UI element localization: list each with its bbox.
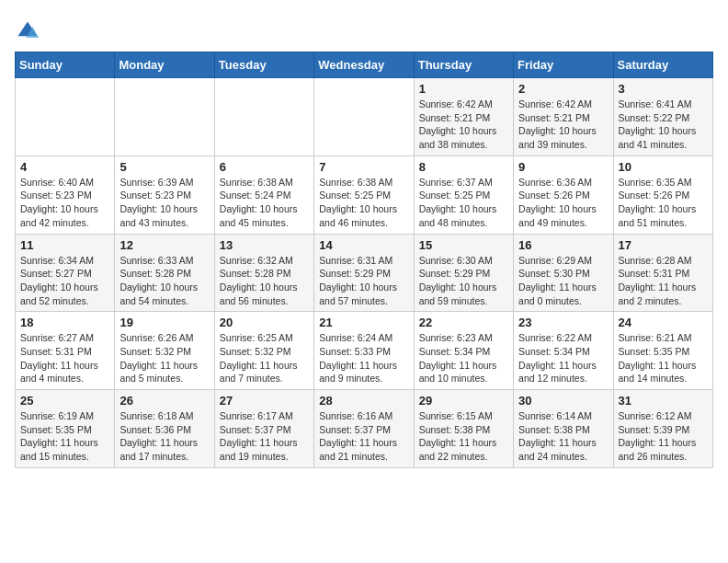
calendar-cell: 22Sunrise: 6:23 AM Sunset: 5:34 PM Dayli… (414, 312, 513, 390)
day-number: 30 (518, 394, 608, 408)
header-row: SundayMondayTuesdayWednesdayThursdayFrid… (16, 52, 713, 78)
day-number: 7 (319, 160, 408, 174)
calendar-cell: 25Sunrise: 6:19 AM Sunset: 5:35 PM Dayli… (16, 390, 115, 468)
calendar-cell: 13Sunrise: 6:32 AM Sunset: 5:28 PM Dayli… (214, 234, 313, 312)
day-number: 22 (419, 316, 508, 329)
calendar-cell: 9Sunrise: 6:36 AM Sunset: 5:26 PM Daylig… (514, 155, 613, 234)
calendar-cell: 29Sunrise: 6:15 AM Sunset: 5:38 PM Dayli… (414, 390, 513, 468)
day-info: Sunrise: 6:12 AM Sunset: 5:39 PM Dayligh… (619, 409, 708, 464)
calendar-cell: 17Sunrise: 6:28 AM Sunset: 5:31 PM Dayli… (613, 234, 712, 312)
day-info: Sunrise: 6:35 AM Sunset: 5:26 PM Dayligh… (619, 176, 708, 230)
header-thursday: Thursday (414, 52, 513, 78)
logo-icon (15, 18, 40, 44)
day-number: 6 (220, 160, 309, 174)
day-number: 3 (619, 82, 708, 96)
calendar-cell: 12Sunrise: 6:33 AM Sunset: 5:28 PM Dayli… (115, 234, 214, 312)
calendar-cell: 3Sunrise: 6:41 AM Sunset: 5:22 PM Daylig… (613, 78, 712, 156)
day-info: Sunrise: 6:39 AM Sunset: 5:23 PM Dayligh… (119, 176, 209, 230)
calendar-cell: 16Sunrise: 6:29 AM Sunset: 5:30 PM Dayli… (514, 234, 613, 312)
day-info: Sunrise: 6:23 AM Sunset: 5:34 PM Dayligh… (419, 331, 508, 385)
header-saturday: Saturday (613, 52, 712, 78)
day-info: Sunrise: 6:42 AM Sunset: 5:21 PM Dayligh… (419, 98, 508, 152)
header-wednesday: Wednesday (314, 52, 414, 78)
header-sunday: Sunday (16, 52, 115, 78)
day-number: 10 (619, 160, 708, 174)
calendar-cell: 14Sunrise: 6:31 AM Sunset: 5:29 PM Dayli… (314, 234, 414, 312)
day-number: 5 (119, 160, 209, 174)
calendar-cell: 28Sunrise: 6:16 AM Sunset: 5:37 PM Dayli… (314, 390, 414, 468)
day-info: Sunrise: 6:14 AM Sunset: 5:38 PM Dayligh… (518, 409, 608, 464)
day-info: Sunrise: 6:27 AM Sunset: 5:31 PM Dayligh… (20, 331, 109, 385)
calendar-cell: 18Sunrise: 6:27 AM Sunset: 5:31 PM Dayli… (16, 312, 115, 390)
day-number: 18 (20, 316, 109, 329)
calendar-cell: 1Sunrise: 6:42 AM Sunset: 5:21 PM Daylig… (414, 78, 513, 156)
day-info: Sunrise: 6:34 AM Sunset: 5:27 PM Dayligh… (20, 254, 109, 308)
day-info: Sunrise: 6:42 AM Sunset: 5:21 PM Dayligh… (518, 98, 608, 152)
day-number: 4 (20, 160, 109, 174)
week-row-4: 18Sunrise: 6:27 AM Sunset: 5:31 PM Dayli… (16, 312, 713, 390)
day-info: Sunrise: 6:16 AM Sunset: 5:37 PM Dayligh… (319, 409, 408, 464)
day-info: Sunrise: 6:21 AM Sunset: 5:35 PM Dayligh… (619, 331, 708, 385)
day-number: 19 (119, 316, 209, 329)
day-info: Sunrise: 6:33 AM Sunset: 5:28 PM Dayligh… (119, 254, 209, 308)
calendar-cell: 4Sunrise: 6:40 AM Sunset: 5:23 PM Daylig… (16, 155, 115, 234)
calendar-cell: 30Sunrise: 6:14 AM Sunset: 5:38 PM Dayli… (514, 390, 613, 468)
calendar-cell (314, 78, 414, 156)
week-row-3: 11Sunrise: 6:34 AM Sunset: 5:27 PM Dayli… (16, 234, 713, 312)
day-info: Sunrise: 6:32 AM Sunset: 5:28 PM Dayligh… (220, 254, 309, 308)
day-number: 12 (119, 238, 209, 252)
calendar-cell: 27Sunrise: 6:17 AM Sunset: 5:37 PM Dayli… (214, 390, 313, 468)
day-number: 29 (419, 394, 508, 408)
week-row-2: 4Sunrise: 6:40 AM Sunset: 5:23 PM Daylig… (16, 155, 713, 234)
calendar-cell: 31Sunrise: 6:12 AM Sunset: 5:39 PM Dayli… (613, 390, 712, 468)
calendar-cell: 26Sunrise: 6:18 AM Sunset: 5:36 PM Dayli… (115, 390, 214, 468)
calendar-cell: 24Sunrise: 6:21 AM Sunset: 5:35 PM Dayli… (613, 312, 712, 390)
calendar-cell: 10Sunrise: 6:35 AM Sunset: 5:26 PM Dayli… (613, 155, 712, 234)
calendar-cell (16, 78, 115, 156)
day-number: 1 (419, 82, 508, 96)
day-number: 14 (319, 238, 408, 252)
day-info: Sunrise: 6:31 AM Sunset: 5:29 PM Dayligh… (319, 254, 408, 308)
day-number: 16 (518, 238, 608, 252)
calendar-cell: 2Sunrise: 6:42 AM Sunset: 5:21 PM Daylig… (514, 78, 613, 156)
day-info: Sunrise: 6:22 AM Sunset: 5:34 PM Dayligh… (518, 331, 608, 385)
week-row-5: 25Sunrise: 6:19 AM Sunset: 5:35 PM Dayli… (16, 390, 713, 468)
day-number: 21 (319, 316, 408, 329)
day-number: 9 (518, 160, 608, 174)
calendar-cell: 11Sunrise: 6:34 AM Sunset: 5:27 PM Dayli… (16, 234, 115, 312)
day-number: 11 (20, 238, 109, 252)
day-number: 20 (220, 316, 309, 329)
day-number: 2 (518, 82, 608, 96)
day-number: 8 (419, 160, 508, 174)
day-info: Sunrise: 6:36 AM Sunset: 5:26 PM Dayligh… (518, 176, 608, 230)
calendar-cell: 5Sunrise: 6:39 AM Sunset: 5:23 PM Daylig… (115, 155, 214, 234)
day-info: Sunrise: 6:17 AM Sunset: 5:37 PM Dayligh… (220, 409, 309, 464)
calendar-cell: 21Sunrise: 6:24 AM Sunset: 5:33 PM Dayli… (314, 312, 414, 390)
calendar-header: SundayMondayTuesdayWednesdayThursdayFrid… (16, 52, 713, 78)
day-info: Sunrise: 6:15 AM Sunset: 5:38 PM Dayligh… (419, 409, 508, 464)
day-number: 13 (220, 238, 309, 252)
day-number: 25 (20, 394, 109, 408)
calendar-table: SundayMondayTuesdayWednesdayThursdayFrid… (15, 52, 713, 468)
day-info: Sunrise: 6:37 AM Sunset: 5:25 PM Dayligh… (419, 176, 508, 230)
calendar-body: 1Sunrise: 6:42 AM Sunset: 5:21 PM Daylig… (16, 78, 713, 468)
calendar-cell: 19Sunrise: 6:26 AM Sunset: 5:32 PM Dayli… (115, 312, 214, 390)
day-info: Sunrise: 6:28 AM Sunset: 5:31 PM Dayligh… (619, 254, 708, 308)
week-row-1: 1Sunrise: 6:42 AM Sunset: 5:21 PM Daylig… (16, 78, 713, 156)
day-info: Sunrise: 6:18 AM Sunset: 5:36 PM Dayligh… (119, 409, 209, 464)
header-monday: Monday (115, 52, 214, 78)
calendar-cell: 20Sunrise: 6:25 AM Sunset: 5:32 PM Dayli… (214, 312, 313, 390)
day-info: Sunrise: 6:38 AM Sunset: 5:25 PM Dayligh… (319, 176, 408, 230)
day-info: Sunrise: 6:24 AM Sunset: 5:33 PM Dayligh… (319, 331, 408, 385)
page-header (15, 15, 713, 44)
calendar-cell (214, 78, 313, 156)
day-number: 28 (319, 394, 408, 408)
day-number: 15 (419, 238, 508, 252)
header-tuesday: Tuesday (214, 52, 313, 78)
day-info: Sunrise: 6:19 AM Sunset: 5:35 PM Dayligh… (20, 409, 109, 464)
calendar-cell: 8Sunrise: 6:37 AM Sunset: 5:25 PM Daylig… (414, 155, 513, 234)
day-info: Sunrise: 6:29 AM Sunset: 5:30 PM Dayligh… (518, 254, 608, 308)
day-number: 23 (518, 316, 608, 329)
calendar-cell: 7Sunrise: 6:38 AM Sunset: 5:25 PM Daylig… (314, 155, 414, 234)
calendar-cell: 15Sunrise: 6:30 AM Sunset: 5:29 PM Dayli… (414, 234, 513, 312)
